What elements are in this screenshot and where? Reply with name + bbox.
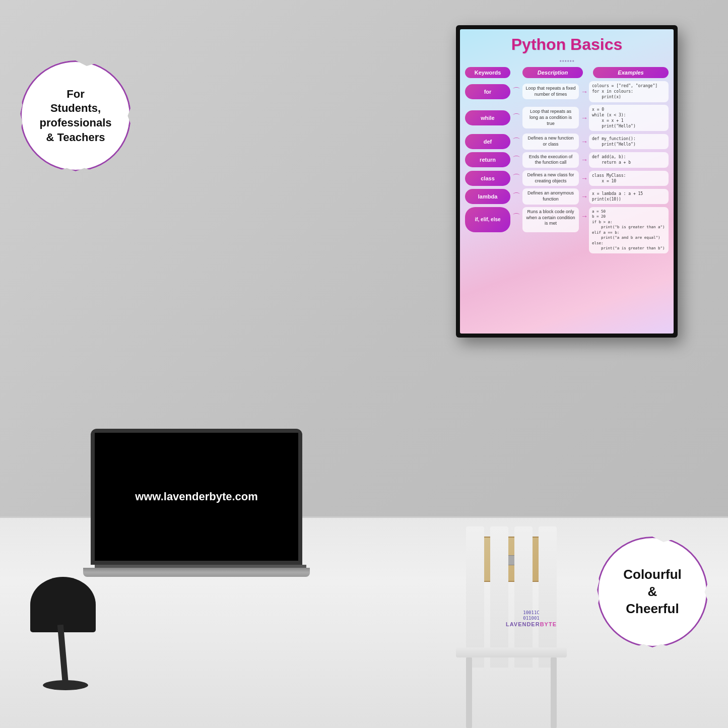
desc-for: Loop that repeats a fixed number of time… (522, 84, 579, 99)
connector-if: ⌒ (512, 212, 520, 223)
keyword-for: for (465, 84, 510, 99)
laptop-screen-inner: www.lavenderbyte.com (95, 433, 298, 561)
arrow-while: → (581, 114, 587, 122)
desk-chair (456, 526, 567, 728)
poster-subtitle: ⬥⬥⬥⬥⬥⬥ (465, 58, 669, 63)
connector-class: ⌒ (512, 173, 520, 183)
lamp-base (43, 680, 88, 690)
chair-slat-4 (539, 526, 557, 668)
row-return: return ⌒ Ends the execution of the funct… (465, 152, 669, 168)
table-header: Keywords Description Examples (465, 67, 669, 78)
badge-text-left: ForStudents,professionals& Teachers (39, 87, 111, 145)
desc-while: Loop that repeats as long as a condition… (522, 107, 579, 128)
example-lambda: x = lambda a : a + 15print(x(10)) (589, 189, 669, 204)
poster-content: Python Basics ⬥⬥⬥⬥⬥⬥ Keywords Descriptio… (460, 29, 674, 334)
example-while: x = 0while (x < 3): x = x + 1 print("Hel… (589, 105, 669, 131)
header-keywords: Keywords (465, 67, 510, 78)
connector-lambda: ⌒ (512, 191, 520, 202)
arrow-return: → (581, 156, 587, 164)
chair-slat-3 (514, 526, 533, 668)
chair-slat-1 (466, 526, 484, 668)
example-return: def add(a, b): return a + b (589, 152, 669, 167)
laptop-screen: www.lavenderbyte.com (91, 429, 302, 565)
keyword-def: def (465, 134, 510, 149)
row-def: def ⌒ Defines a new function or class → … (465, 134, 669, 149)
scallop-shape-right: Colourful&Cheerful (597, 537, 708, 647)
watermark: 10011C011001 LAVENDERBYTE (506, 610, 557, 627)
arrow-def: → (581, 138, 587, 146)
chair-slat-2 (490, 526, 508, 668)
row-if: if, elif, else ⌒ Runs a block code only … (465, 207, 669, 253)
desc-class: Defines a new class for creating objects (522, 170, 579, 186)
keyword-lambda: lambda (465, 189, 510, 204)
chair-leg-right (551, 657, 557, 728)
connector-for: ⌒ (512, 86, 520, 97)
row-lambda: lambda ⌒ Defines an anonymous function →… (465, 188, 669, 204)
example-def: def my_function(): print("Hello") (589, 134, 669, 149)
desc-if: Runs a block code only when a certain co… (522, 207, 579, 232)
chair-seat (456, 647, 567, 657)
poster-title: Python Basics (465, 35, 669, 54)
badge-left: ForStudents,professionals& Teachers (20, 60, 131, 171)
chair-back (466, 526, 557, 668)
row-class: class ⌒ Defines a new class for creating… (465, 170, 669, 186)
keyword-if: if, elif, else (465, 207, 510, 232)
keyword-while: while (465, 110, 510, 125)
connector-while: ⌒ (512, 112, 520, 123)
keyword-class: class (465, 171, 510, 186)
header-description: Description (522, 67, 583, 78)
desc-def: Defines a new function or class (522, 134, 579, 149)
chair-leg-left (466, 657, 472, 728)
row-while: while ⌒ Loop that repeats as long as a c… (465, 105, 669, 131)
scallop-shape-left: ForStudents,professionals& Teachers (20, 60, 131, 171)
brand-logo: LAVENDERBYTE (506, 621, 557, 627)
arrow-if: → (581, 212, 587, 220)
row-for: for ⌒ Loop that repeats a fixed number o… (465, 81, 669, 102)
laptop-url: www.lavenderbyte.com (135, 490, 258, 503)
arrow-for: → (581, 88, 587, 96)
keyword-return: return (465, 152, 510, 167)
laptop-base (83, 568, 310, 577)
arrow-class: → (581, 174, 587, 182)
badge-text-right: Colourful&Cheerful (623, 566, 682, 617)
example-for: colours = ["red", "orange"]for x in colo… (589, 81, 669, 102)
binary-display: 10011C011001 (506, 610, 557, 621)
example-class: class MyClass: x = 10 (589, 171, 669, 186)
example-if: a = 50b = 20if b > a: print("b is greate… (589, 207, 669, 253)
desc-return: Ends the execution of the function call (522, 152, 579, 168)
poster-frame: Python Basics ⬥⬥⬥⬥⬥⬥ Keywords Descriptio… (456, 25, 678, 338)
lamp-shade (30, 577, 96, 632)
brand-accent: BYTE (540, 621, 557, 627)
header-examples: Examples (593, 67, 669, 78)
laptop: www.lavenderbyte.com (91, 429, 310, 577)
badge-right: Colourful&Cheerful (597, 537, 713, 652)
connector-def: ⌒ (512, 137, 520, 147)
desc-lambda: Defines an anonymous function (522, 188, 579, 204)
connector-return: ⌒ (512, 155, 520, 165)
arrow-lambda: → (581, 192, 587, 201)
